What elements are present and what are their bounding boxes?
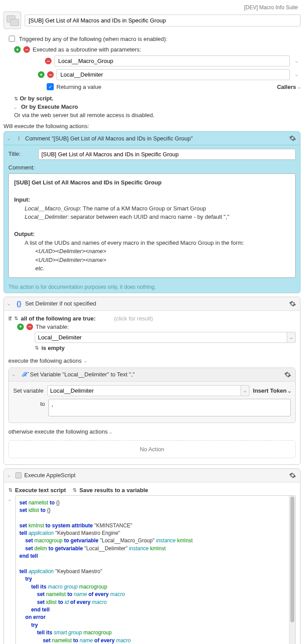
remove-condition-button[interactable]: − (26, 324, 33, 330)
will-execute-label: Will execute the following actions: (4, 123, 300, 129)
param2-dropdown[interactable]: ⌵ (293, 72, 300, 77)
add-condition-button[interactable]: + (17, 324, 24, 330)
comment-input-label: Input: (14, 195, 290, 204)
macro-icon (4, 11, 21, 29)
comment-content[interactable]: [SUB] Get List of All Macros and IDs in … (8, 173, 296, 278)
comment-output-label: Output: (14, 230, 290, 239)
add-trigger-button[interactable]: + (14, 46, 21, 53)
scrollbar-thumb[interactable] (290, 497, 294, 622)
if-disclosure[interactable]: ⌵ (7, 301, 13, 306)
setvar-action: ⌵ 𝒳 Set Variable "Local__Delimiter" to T… (8, 368, 296, 423)
callers-button[interactable]: Callers ⌵ (277, 84, 300, 90)
if-gear-button[interactable] (289, 300, 297, 308)
isempty-updown-icon[interactable]: ⇅ (35, 345, 39, 351)
condition-var-dropdown[interactable]: ⌵ (287, 332, 296, 343)
gear-icon (284, 371, 291, 378)
updown-icon: ⇅ (14, 96, 18, 101)
param1-dropdown[interactable]: ⌵ (293, 59, 300, 63)
otherwise-label: otherwise execute the following actions (8, 428, 108, 435)
triggered-by-label: Triggered by any of the following (when … (19, 36, 167, 42)
returning-checkbox[interactable]: ✓ (47, 83, 54, 90)
add-param-button[interactable]: + (38, 71, 44, 78)
setvar-gear-button[interactable] (284, 371, 292, 379)
param1-input[interactable] (54, 55, 290, 66)
insert-token-button[interactable]: Insert Token ⌵ (253, 387, 291, 394)
condition-var-input[interactable] (35, 332, 287, 343)
returning-label: Returning a value (56, 84, 101, 90)
no-action-placeholder[interactable]: No Action (8, 440, 296, 458)
comment-icon: ! (15, 135, 22, 142)
execute-actions-disclosure[interactable]: ⌵ (84, 358, 89, 363)
code-scrollbar[interactable] (289, 496, 295, 644)
gear-icon (289, 135, 296, 142)
subroutine-label: Executed as a subroutine with parameters… (33, 46, 141, 53)
remove-trigger-button[interactable]: − (23, 46, 30, 53)
comment-action: ⌵ ! Comment "[SUB] Get List of All Macro… (4, 131, 300, 293)
doc-note: This action is for documentation purpose… (4, 281, 300, 293)
comment-header-title: Comment "[SUB] Get List of All Macros an… (25, 135, 286, 142)
the-variable-label: The variable: (36, 324, 69, 330)
if-action: ⌵ {} Set Delimiter if not specified If ⇅… (4, 297, 300, 465)
or-by-script-label: Or by script. (20, 95, 54, 102)
if-label: If (8, 315, 11, 322)
variable-icon: 𝒳 (20, 371, 27, 378)
setvar-name-input[interactable] (47, 385, 241, 396)
setvar-label: Set variable (13, 387, 44, 394)
otherwise-disclosure[interactable]: ⌵ (109, 430, 115, 434)
comment-disclosure[interactable]: ⌵ (7, 136, 13, 141)
disclosure-execmacro[interactable]: ⌵ (14, 105, 19, 110)
comment-heading: [SUB] Get List of All Macros and IDs in … (14, 178, 290, 187)
applescript-action: ⌵ Execute AppleScript ⇅ Execute text scr… (4, 468, 300, 644)
if-condition-label: all of the following are true: (21, 315, 96, 322)
comment-label: Comment: (8, 162, 35, 171)
setvar-disclosure[interactable]: ⌵ (12, 372, 18, 377)
applescript-code[interactable]: set namelist to {}set idlist to {} set k… (16, 496, 289, 644)
applescript-header-title: Execute AppleScript (24, 472, 286, 478)
remove-param2-button[interactable]: − (47, 71, 54, 78)
to-label: to (13, 399, 45, 407)
remove-param1-button[interactable]: − (45, 58, 52, 64)
code-disclosure[interactable]: ⌵ (8, 495, 14, 502)
or-by-execmacro-label: Or by Execute Macro (21, 103, 78, 110)
suite-name: [DEV] Macro Info Suite (4, 4, 300, 11)
mode1-updown[interactable]: ⇅ (8, 487, 12, 493)
macro-title-input[interactable] (25, 15, 300, 26)
title-label: Title: (8, 149, 35, 157)
if-updown-icon[interactable]: ⇅ (14, 316, 18, 321)
comment-title-input[interactable] (38, 149, 296, 160)
param2-input[interactable] (56, 69, 290, 80)
or-via-web-label: Or via the web server but all remote acc… (14, 111, 300, 119)
mode2-label: Save results to a variable (79, 487, 148, 493)
setvar-name-dropdown[interactable]: ⌵ (241, 385, 249, 396)
is-empty-label: is empty (41, 345, 65, 351)
triggered-by-checkbox[interactable] (9, 36, 15, 42)
gear-icon (289, 300, 296, 307)
applescript-disclosure[interactable]: ⌵ (7, 473, 13, 478)
setvar-value-input[interactable]: , (48, 399, 291, 416)
mode2-updown[interactable]: ⇅ (73, 487, 77, 493)
if-header-title: Set Delimiter if not specified (25, 300, 286, 307)
braces-icon: {} (15, 300, 22, 307)
mode1-label: Execute text script (15, 487, 66, 493)
gear-icon (289, 472, 296, 479)
setvar-header-title: Set Variable "Local__Delimiter" to Text … (30, 371, 281, 378)
execute-actions-label: execute the following actions (8, 357, 82, 364)
applescript-gear-button[interactable] (289, 471, 297, 479)
comment-gear-button[interactable] (289, 134, 297, 142)
script-icon (15, 472, 22, 478)
click-for-result[interactable]: (click for result) (114, 315, 153, 322)
